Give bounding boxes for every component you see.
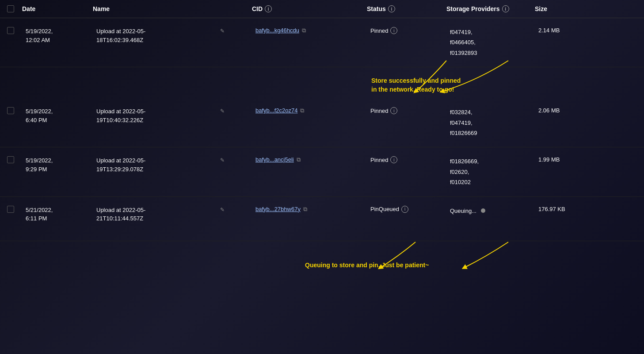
row3-cid: bafyb...ancj5eli ⧉ [252, 156, 367, 163]
row3-edit-cell: ✎ [217, 156, 252, 163]
row1-copy-icon[interactable]: ⧉ [302, 27, 306, 34]
row1-providers: f047419, f0466405, f01392893 [446, 27, 535, 58]
row1-status: Pinned i [367, 27, 446, 34]
row3-checkbox-cell [0, 156, 22, 165]
row3-cid-text[interactable]: bafyb...ancj5eli [255, 156, 294, 163]
row4-name: Upload at 2022-05- 21T10:11:44.557Z [93, 206, 217, 223]
header-providers: Storage Providers i [446, 5, 535, 12]
row2-status-info-icon[interactable]: i [390, 107, 397, 114]
row3-status: Pinned i [367, 156, 446, 163]
row3-checkbox[interactable] [7, 156, 14, 163]
row2-status: Pinned i [367, 107, 446, 114]
row3-status-info-icon[interactable]: i [390, 156, 397, 163]
row4-providers-dot [481, 208, 485, 213]
header-date: Date [22, 5, 93, 12]
row1-cid: bafyb...kg46hcdu ⧉ [252, 27, 367, 34]
row1-callout-area: Store successfully and pinned in the net… [0, 58, 644, 98]
row4-size: 176.97 KB [535, 206, 597, 212]
row1-checkbox-cell [0, 27, 22, 35]
row1-callout: Store successfully and pinned in the net… [371, 77, 461, 94]
row4-arrow-svg [0, 241, 644, 272]
table-row: 5/21/2022, 6:11 PM Upload at 2022-05- 21… [0, 197, 644, 241]
providers-info-icon[interactable]: i [502, 5, 509, 12]
row1-size: 2.14 MB [535, 27, 597, 34]
header-name: Name [93, 5, 217, 12]
row4-providers: Queuing... [446, 206, 535, 216]
row4-edit-icon[interactable]: ✎ [220, 207, 225, 213]
row4-checkbox-cell [0, 206, 22, 214]
header-cid: CID i [252, 5, 367, 12]
row-section-1: 5/19/2022, 12:02 AM Upload at 2022-05- 1… [0, 18, 644, 98]
row1-arrow-svg [0, 58, 644, 98]
table-row: 5/19/2022, 6:40 PM Upload at 2022-05- 19… [0, 98, 644, 147]
row4-copy-icon[interactable]: ⧉ [303, 206, 307, 213]
row4-callout: Queuing to store and pin. Just be patien… [305, 261, 429, 270]
status-info-icon[interactable]: i [388, 5, 395, 12]
header-size: Size [535, 5, 597, 12]
header-checkbox-cell [0, 5, 22, 12]
header-status: Status i [367, 5, 446, 12]
row2-copy-icon[interactable]: ⧉ [300, 107, 304, 114]
select-all-checkbox[interactable] [7, 5, 14, 12]
row3-name: Upload at 2022-05- 19T13:29:29.078Z [93, 156, 217, 173]
row1-checkbox[interactable] [7, 27, 14, 34]
row1-name: Upload at 2022-05- 18T16:02:39.468Z [93, 27, 217, 44]
table-header: Date Name CID i Status i Storage Provide… [0, 0, 644, 18]
row1-edit-icon[interactable]: ✎ [220, 28, 225, 34]
row2-edit-icon[interactable]: ✎ [220, 108, 225, 114]
row2-cid: bafyb...f2c2oz74 ⧉ [252, 107, 367, 114]
row3-edit-icon[interactable]: ✎ [220, 157, 225, 163]
row2-size: 2.06 MB [535, 107, 597, 114]
row2-date: 5/19/2022, 6:40 PM [22, 107, 93, 124]
row4-status-info-icon[interactable]: i [401, 206, 408, 213]
row1-date: 5/19/2022, 12:02 AM [22, 27, 93, 44]
row4-checkbox[interactable] [7, 206, 14, 213]
row4-edit-cell: ✎ [217, 206, 252, 213]
table-row: 5/19/2022, 9:29 PM Upload at 2022-05- 19… [0, 147, 644, 196]
row1-edit-cell: ✎ [217, 27, 252, 34]
row-section-4: 5/21/2022, 6:11 PM Upload at 2022-05- 21… [0, 197, 644, 272]
row3-providers: f01826669, f02620, f010202 [446, 156, 535, 187]
row3-size: 1.99 MB [535, 156, 597, 163]
row4-cid: bafyb...27bhw67y ⧉ [252, 206, 367, 213]
row3-copy-icon[interactable]: ⧉ [297, 156, 301, 163]
row2-checkbox[interactable] [7, 107, 14, 114]
row-section-3: 5/19/2022, 9:29 PM Upload at 2022-05- 19… [0, 147, 644, 196]
row4-cid-text[interactable]: bafyb...27bhw67y [255, 206, 301, 212]
row2-edit-cell: ✎ [217, 107, 252, 114]
row2-cid-text[interactable]: bafyb...f2c2oz74 [255, 107, 297, 114]
row2-name: Upload at 2022-05- 19T10:40:32.226Z [93, 107, 217, 124]
row-section-2: 5/19/2022, 6:40 PM Upload at 2022-05- 19… [0, 98, 644, 147]
row2-checkbox-cell [0, 107, 22, 115]
row4-callout-area: Queuing to store and pin. Just be patien… [0, 241, 644, 272]
cid-info-icon[interactable]: i [265, 5, 272, 12]
row1-status-info-icon[interactable]: i [390, 27, 397, 34]
row3-date: 5/19/2022, 9:29 PM [22, 156, 93, 173]
row2-providers: f032824, f047419, f01826669 [446, 107, 535, 138]
uploads-table: Date Name CID i Status i Storage Provide… [0, 0, 644, 354]
row4-date: 5/21/2022, 6:11 PM [22, 206, 93, 223]
row4-status: PinQueued i [367, 206, 446, 213]
row1-cid-text[interactable]: bafyb...kg46hcdu [255, 27, 299, 34]
